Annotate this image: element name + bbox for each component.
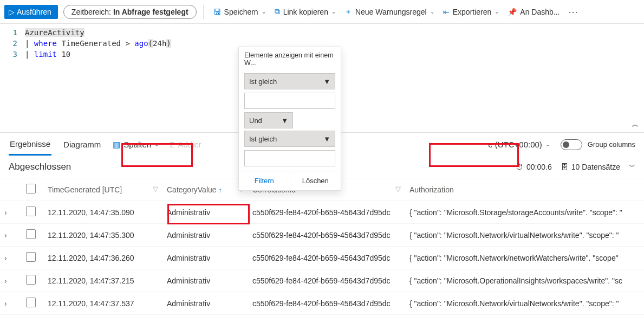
tab-results[interactable]: Ergebnisse: [9, 134, 51, 156]
chevron-down-icon: ⌄: [545, 141, 550, 147]
cell-time: 12.11.2020, 14:47:35.300: [43, 224, 162, 247]
table-row[interactable]: ›12.11.2020, 14:47:37.215Administrativc5…: [0, 269, 644, 292]
cell-authorization: { "action": "Microsoft.OperationalInsigh…: [405, 269, 644, 292]
separator: [203, 5, 204, 19]
table-row[interactable]: ›12.11.2020, 14:47:37.537Administrativc5…: [0, 292, 644, 315]
expand-row-icon[interactable]: ›: [0, 201, 22, 224]
table-row[interactable]: ›12.11.2020, 14:47:36.260Administrativc5…: [0, 247, 644, 269]
apply-filter-button[interactable]: Filtern: [239, 171, 290, 190]
export-label: Exportieren: [453, 8, 492, 16]
select-all-checkbox[interactable]: [26, 184, 36, 193]
code-keyword: limit: [34, 50, 57, 59]
expand-row-icon[interactable]: ›: [0, 292, 22, 315]
cell-authorization: { "action": "Microsoft.Storage/storageAc…: [405, 201, 644, 224]
run-button[interactable]: ▷ Ausführen: [4, 5, 58, 19]
row-checkbox[interactable]: [26, 275, 36, 285]
copy-link-button[interactable]: ⧉ Link kopieren ⌄: [271, 5, 339, 18]
aggregate-label: Addier: [178, 140, 201, 149]
dropdown-icon: ▼: [323, 78, 330, 86]
save-button[interactable]: 🖫 Speichern ⌄: [210, 5, 269, 18]
code-keyword: where: [34, 39, 57, 48]
expand-row-icon[interactable]: ›: [0, 269, 22, 292]
timerange-prefix: Zeitbereich:: [71, 8, 113, 16]
cell-correlation: c550f629-fe84-420f-b659-45643d7d95dc: [248, 224, 405, 247]
cell-authorization: { "action": "Microsoft.Network/networkWa…: [405, 247, 644, 269]
group-columns-toggle[interactable]: Group columns: [561, 139, 635, 150]
aggregate-button[interactable]: Σ Addier: [170, 140, 201, 149]
chevron-down-icon: ⌄: [262, 9, 266, 15]
cell-category: Administrativ: [162, 224, 248, 247]
cell-time: 12.11.2020, 14:47:36.260: [43, 247, 162, 269]
play-icon: ▷: [9, 8, 15, 16]
filter-icon[interactable]: ▽: [153, 185, 158, 193]
pin-label: An Dashb...: [520, 8, 560, 16]
cell-category: Administrativ: [162, 201, 248, 224]
toggle-thumb: [563, 141, 569, 148]
results-table: TimeGenerated [UTC]▽ CategoryValue↑▽ Cor…: [0, 178, 644, 315]
cell-time: 12.11.2020, 14:47:37.215: [43, 269, 162, 292]
export-button[interactable]: ⇤ Exportieren ⌄: [440, 5, 503, 18]
clear-filter-button[interactable]: Löschen: [290, 171, 341, 190]
sort-asc-icon[interactable]: ↑: [219, 186, 223, 194]
filter-join[interactable]: Und▼: [244, 112, 293, 128]
line-gutter: 1 2 3: [0, 24, 22, 132]
expand-row-icon[interactable]: ›: [0, 247, 22, 269]
collapse-editor-icon[interactable]: ︽: [632, 120, 639, 129]
expand-results-icon[interactable]: ︾: [629, 163, 635, 172]
row-checkbox[interactable]: [26, 207, 36, 216]
sigma-icon: Σ: [170, 140, 174, 149]
link-icon: ⧉: [275, 7, 280, 16]
cell-category: Administrativ: [162, 247, 248, 269]
pin-icon: 📌: [508, 8, 517, 16]
chevron-down-icon: ⌄: [154, 141, 159, 147]
save-label: Speichern: [224, 8, 258, 16]
table-row[interactable]: ›12.11.2020, 14:47:35.090Administrativc5…: [0, 201, 644, 224]
dropdown-icon: ▼: [281, 117, 288, 125]
filter-value-2[interactable]: [244, 150, 335, 166]
tab-chart[interactable]: Diagramm: [62, 134, 102, 154]
col-timegenerated[interactable]: TimeGenerated [UTC]▽: [43, 178, 162, 201]
pin-dashboard-button[interactable]: 📌 An Dashb...: [504, 5, 563, 18]
save-icon: 🖫: [213, 8, 221, 16]
columns-button[interactable]: ▥ Spalten ⌄: [113, 140, 159, 150]
col-authorization[interactable]: Authorization: [405, 178, 644, 201]
cell-correlation: c550f629-fe84-420f-b659-45643d7d95dc: [248, 247, 405, 269]
timezone-button[interactable]: e (UTC+00:00) ⌄: [488, 140, 550, 149]
columns-icon: ▥: [113, 140, 120, 150]
timerange-pill[interactable]: Zeitbereich: In Abfrage festgelegt: [63, 5, 197, 19]
code-area[interactable]: AzureActivity | where TimeGenerated > ag…: [22, 24, 171, 132]
status-title: Abgeschlossen: [9, 162, 71, 172]
timezone-label: e (UTC+00:00): [488, 140, 542, 149]
cell-correlation: c550f629-fe84-420f-b659-45643d7d95dc: [248, 269, 405, 292]
row-checkbox[interactable]: [26, 252, 36, 262]
filter-value-1[interactable]: [244, 93, 335, 109]
columns-label: Spalten: [123, 140, 151, 149]
cell-category: Administrativ: [162, 292, 248, 315]
export-icon: ⇤: [443, 8, 450, 16]
filter-icon[interactable]: ▽: [395, 185, 401, 193]
chevron-down-icon: ⌄: [430, 9, 434, 15]
cell-authorization: { "action": "Microsoft.Network/virtualNe…: [405, 224, 644, 247]
copy-link-label: Link kopieren: [283, 8, 328, 16]
query-duration: ⏱00:00.6: [516, 163, 552, 171]
record-count: 🗄10 Datensätze: [561, 163, 620, 171]
table-row[interactable]: ›12.11.2020, 14:47:35.300Administrativc5…: [0, 224, 644, 247]
col-categoryvalue[interactable]: CategoryValue↑▽: [162, 178, 248, 201]
cell-category: Administrativ: [162, 269, 248, 292]
records-icon: 🗄: [561, 163, 568, 171]
cell-correlation: c550f629-fe84-420f-b659-45643d7d95dc: [248, 201, 405, 224]
line-num: 2: [0, 38, 17, 49]
line-num: 1: [0, 27, 17, 38]
cell-time: 12.11.2020, 14:47:35.090: [43, 201, 162, 224]
line-num: 3: [0, 49, 17, 60]
row-checkbox[interactable]: [26, 298, 36, 307]
expand-row-icon[interactable]: ›: [0, 224, 22, 247]
filter-operator-1[interactable]: Ist gleich▼: [244, 73, 335, 89]
plus-icon: ＋: [344, 7, 352, 17]
cell-authorization: { "action": "Microsoft.Network/virtualNe…: [405, 292, 644, 315]
more-button[interactable]: ⋯: [565, 6, 581, 18]
filter-operator-2[interactable]: Ist gleich▼: [244, 131, 335, 147]
row-checkbox[interactable]: [26, 229, 36, 239]
new-alert-button[interactable]: ＋ Neue Warnungsregel ⌄: [341, 5, 438, 19]
run-label: Ausführen: [17, 8, 51, 16]
